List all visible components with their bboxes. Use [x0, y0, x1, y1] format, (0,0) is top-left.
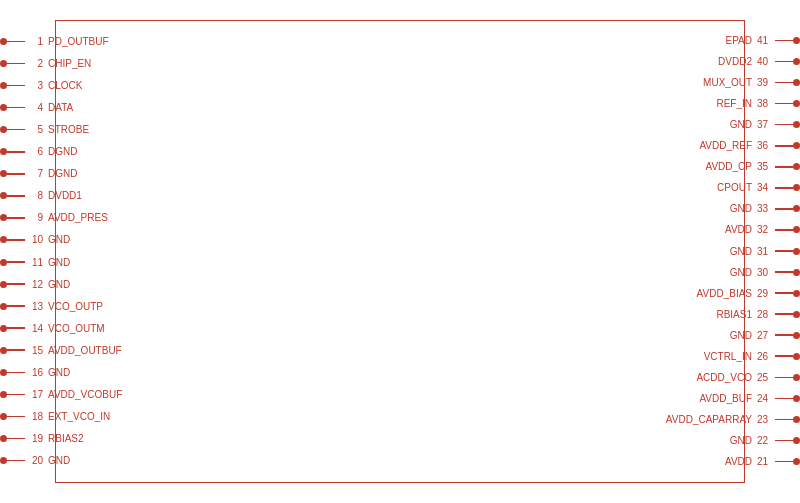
pin-label: VCO_OUTM: [45, 323, 108, 334]
pin-line: [7, 85, 25, 87]
pin-line: [775, 292, 793, 294]
pin-left-1: 1PD_OUTBUF: [0, 36, 112, 47]
pin-number: 29: [757, 288, 775, 299]
pin-label: EXT_VCO_IN: [45, 411, 113, 422]
pin-line: [7, 416, 25, 418]
pin-left-17: 17AVDD_VCOBUF: [0, 389, 125, 400]
pin-dot: [0, 281, 7, 288]
pin-line: [775, 40, 793, 42]
pin-dot: [793, 79, 800, 86]
pin-line: [775, 440, 793, 442]
pin-right-21: 21AVDD: [722, 456, 800, 467]
pin-dot: [0, 347, 7, 354]
pin-number: 10: [25, 234, 43, 245]
pin-label: AVDD_CAPARRAY: [663, 414, 755, 425]
pin-dot: [0, 391, 7, 398]
pin-label: AVDD_CP: [703, 161, 756, 172]
pin-right-27: 27GND: [727, 330, 800, 341]
pin-label: ACDD_VCO: [693, 372, 755, 383]
pin-dot: [0, 60, 7, 67]
pin-label: GND: [727, 246, 755, 257]
pin-line: [775, 124, 793, 126]
pin-dot: [793, 374, 800, 381]
pin-dot: [0, 369, 7, 376]
pin-line: [775, 398, 793, 400]
pin-dot: [793, 290, 800, 297]
pin-label: GND: [727, 203, 755, 214]
pin-number: 17: [25, 389, 43, 400]
pin-number: 12: [25, 279, 43, 290]
pin-number: 7: [25, 168, 43, 179]
pin-number: 28: [757, 309, 775, 320]
pin-dot: [0, 192, 7, 199]
pin-left-14: 14VCO_OUTM: [0, 323, 108, 334]
pin-number: 18: [25, 411, 43, 422]
pin-label: VCO_OUTP: [45, 301, 106, 312]
chip-container: 1PD_OUTBUF2CHIP_EN3CLOCK4DATA5STROBE6DGN…: [0, 0, 800, 503]
pin-number: 4: [25, 102, 43, 113]
pin-line: [775, 61, 793, 63]
pin-line: [7, 173, 25, 175]
pin-number: 19: [25, 433, 43, 444]
pin-dot: [793, 458, 800, 465]
pin-label: GND: [45, 279, 73, 290]
pin-label: AVDD_REF: [696, 140, 755, 151]
pin-line: [775, 377, 793, 379]
pin-dot: [793, 395, 800, 402]
pin-dot: [0, 457, 7, 464]
pin-number: 15: [25, 345, 43, 356]
pin-dot: [793, 37, 800, 44]
pin-left-18: 18EXT_VCO_IN: [0, 411, 113, 422]
pin-label: CHIP_EN: [45, 58, 94, 69]
pin-number: 38: [757, 98, 775, 109]
pin-line: [7, 305, 25, 307]
pin-number: 23: [757, 414, 775, 425]
pin-dot: [0, 214, 7, 221]
pin-number: 6: [25, 146, 43, 157]
pin-label: REF_IN: [713, 98, 755, 109]
pin-right-33: 33GND: [727, 203, 800, 214]
pin-right-34: 34CPOUT: [714, 182, 800, 193]
pin-left-9: 9AVDD_PRES: [0, 212, 111, 223]
pin-label: GND: [727, 330, 755, 341]
pin-dot: [0, 236, 7, 243]
pin-dot: [0, 325, 7, 332]
pin-right-31: 31GND: [727, 246, 800, 257]
pin-dot: [793, 248, 800, 255]
pin-line: [7, 239, 25, 241]
pin-dot: [793, 184, 800, 191]
pin-label: AVDD_VCOBUF: [45, 389, 125, 400]
chip-body: [55, 20, 745, 483]
pin-number: 26: [757, 351, 775, 362]
pin-right-32: 32AVDD: [722, 224, 800, 235]
pin-right-38: 38REF_IN: [713, 98, 800, 109]
pin-line: [7, 129, 25, 131]
pin-label: DVDD1: [45, 190, 85, 201]
pin-line: [7, 41, 25, 43]
pin-line: [7, 372, 25, 374]
pin-line: [775, 82, 793, 84]
pin-line: [775, 334, 793, 336]
pin-dot: [0, 104, 7, 111]
pin-dot: [793, 226, 800, 233]
pin-number: 11: [25, 257, 43, 268]
pin-number: 22: [757, 435, 775, 446]
pin-right-24: 24AVDD_BUF: [696, 393, 800, 404]
pin-dot: [793, 205, 800, 212]
pin-label: GND: [45, 367, 73, 378]
pin-right-30: 30GND: [727, 267, 800, 278]
pin-dot: [793, 142, 800, 149]
pin-label: EPAD: [723, 35, 756, 46]
pin-dot: [0, 303, 7, 310]
pin-line: [7, 460, 25, 462]
pin-line: [7, 195, 25, 197]
pin-label: GND: [727, 119, 755, 130]
pin-number: 37: [757, 119, 775, 130]
pin-number: 13: [25, 301, 43, 312]
pin-label: CPOUT: [714, 182, 755, 193]
pin-right-39: 39MUX_OUT: [700, 77, 800, 88]
pin-dot: [0, 126, 7, 133]
pin-right-28: 28RBIAS1: [713, 309, 800, 320]
pin-label: STROBE: [45, 124, 92, 135]
pin-left-11: 11GND: [0, 257, 73, 268]
